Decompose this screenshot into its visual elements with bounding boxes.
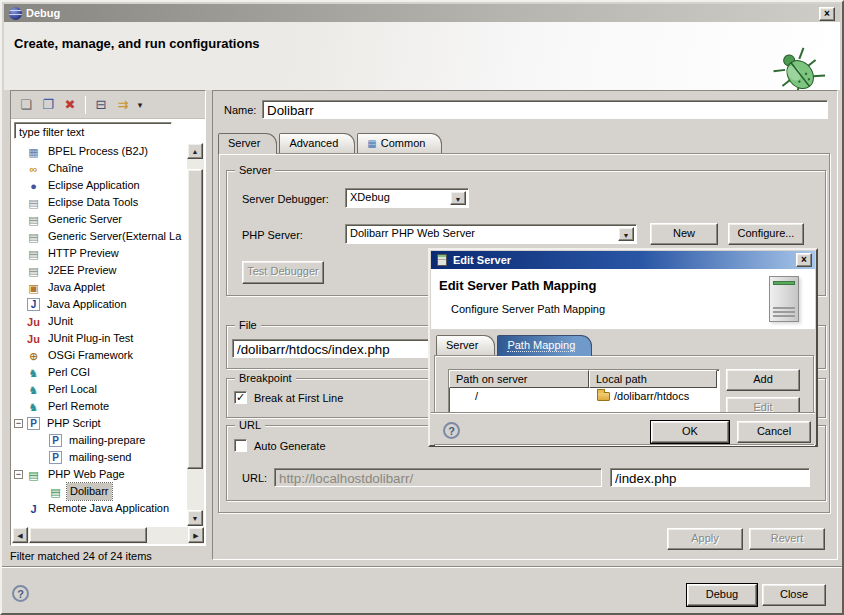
dialog-header-banner: Create, manage, and run configurations xyxy=(4,22,840,90)
tree-item[interactable]: ♞Perl CGI xyxy=(12,364,188,381)
tree-item[interactable]: Pmailing-prepare xyxy=(12,432,188,449)
tree-item[interactable]: ▤Generic Server(External La xyxy=(12,228,188,245)
help-icon[interactable]: ? xyxy=(12,585,29,602)
apply-button[interactable]: Apply xyxy=(667,528,743,550)
column-header[interactable]: Path on server xyxy=(449,370,589,388)
new-config-icon[interactable]: ❏ xyxy=(15,95,37,115)
configure-server-button[interactable]: Configure... xyxy=(728,223,804,245)
debug-button[interactable]: Debug xyxy=(687,584,757,606)
binoculars-icon: ∞ xyxy=(26,162,41,176)
dialog-heading: Edit Server Path Mapping xyxy=(439,278,596,293)
auto-generate-checkbox[interactable] xyxy=(234,439,247,452)
tree-item[interactable]: −▤PHP Web Page xyxy=(12,466,188,483)
horizontal-scroll-thumb[interactable] xyxy=(29,527,147,543)
filter-input[interactable] xyxy=(14,122,172,139)
filter-status: Filter matched 24 of 24 items xyxy=(10,550,152,562)
tree-item-label: mailing-send xyxy=(66,449,134,466)
tree-item-label: Java Applet xyxy=(45,279,108,296)
dialog-close-button[interactable]: × xyxy=(796,253,812,267)
path-mapping-row[interactable]: //dolibarr/htdocs xyxy=(449,388,719,405)
remote-java-icon: J xyxy=(26,502,41,516)
tree-item-label: JUnit xyxy=(45,313,76,330)
chevron-down-icon[interactable]: ▼ xyxy=(618,227,634,241)
new-server-button[interactable]: New xyxy=(650,223,718,245)
tab-path-mapping[interactable]: Path Mapping xyxy=(497,335,592,356)
duplicate-config-icon[interactable]: ❐ xyxy=(37,95,59,115)
tree-item[interactable]: ♞Perl Local xyxy=(12,381,188,398)
vertical-scroll-thumb[interactable] xyxy=(187,169,203,469)
close-button[interactable]: Close xyxy=(762,584,826,606)
dialog-help-icon[interactable]: ? xyxy=(443,422,460,439)
tree-item[interactable]: ▤Dolibarr xyxy=(12,483,188,500)
tree-item[interactable]: ▤J2EE Preview xyxy=(12,262,188,279)
collapse-expander-icon[interactable]: − xyxy=(14,419,23,428)
revert-button[interactable]: Revert xyxy=(749,528,825,550)
tree-item[interactable]: JRemote Java Application xyxy=(12,500,188,517)
tab-label: Common xyxy=(381,137,426,149)
scroll-down-icon[interactable]: ▼ xyxy=(187,510,203,526)
collapse-all-icon[interactable]: ⊟ xyxy=(90,95,112,115)
delete-config-icon[interactable]: ✖ xyxy=(59,95,81,115)
tree-horizontal-scrollbar[interactable]: ◀ ▶ xyxy=(12,527,204,544)
tree-item[interactable]: JuJUnit Plug-in Test xyxy=(12,330,188,347)
collapse-expander-icon[interactable]: − xyxy=(14,470,23,479)
break-first-line-checkbox[interactable]: ✓ xyxy=(234,391,247,404)
add-mapping-button[interactable]: Add xyxy=(726,369,800,391)
path-on-server-cell: / xyxy=(449,388,589,405)
tree-item-label: OSGi Framework xyxy=(45,347,136,364)
server-icon: ▤ xyxy=(26,264,41,278)
scroll-right-icon[interactable]: ▶ xyxy=(188,527,204,543)
tree-item[interactable]: Pmailing-send xyxy=(12,449,188,466)
tree-item[interactable]: ●Eclipse Application xyxy=(12,177,188,194)
test-debugger-button[interactable]: Test Debugger xyxy=(242,261,324,284)
tab-server[interactable]: Server xyxy=(218,133,277,154)
filter-configs-icon[interactable]: ⇉ xyxy=(112,95,134,115)
server-icon: ▤ xyxy=(26,247,41,261)
tree-item[interactable]: ⊕OSGi Framework xyxy=(12,347,188,364)
tree-item[interactable]: ▤HTTP Preview xyxy=(12,245,188,262)
tree-item-label: Generic Server xyxy=(45,211,125,228)
perl-icon: ♞ xyxy=(26,400,41,414)
tree-item[interactable]: ∞Chaîne xyxy=(12,160,188,177)
toolbar-separator xyxy=(85,96,86,114)
tree-item-label: Perl Local xyxy=(45,381,100,398)
tree-item-label: Generic Server(External La xyxy=(45,228,184,245)
php-icon: P xyxy=(27,417,40,430)
cancel-button[interactable]: Cancel xyxy=(737,421,811,443)
scroll-left-icon[interactable]: ◀ xyxy=(12,527,28,543)
tree-item-label: Chaîne xyxy=(45,160,86,177)
tab-common[interactable]: ▦Common xyxy=(357,133,442,153)
menu-dropdown-icon[interactable]: ▾ xyxy=(134,95,146,115)
tree-item-label: Remote Java Application xyxy=(45,500,172,517)
edit-server-banner: Edit Server Path Mapping Configure Serve… xyxy=(431,269,815,330)
tree-item[interactable]: ▦BPEL Process (B2J) xyxy=(12,143,188,160)
base-url-input xyxy=(274,468,602,487)
tree-item[interactable]: −PPHP Script xyxy=(12,415,188,432)
tree-item[interactable]: ▤Eclipse Data Tools xyxy=(12,194,188,211)
name-input[interactable] xyxy=(262,100,828,119)
url-path-input[interactable] xyxy=(610,468,810,487)
tree-item-label: HTTP Preview xyxy=(45,245,122,262)
tree-item-label: Dolibarr xyxy=(67,483,112,500)
php-server-combo[interactable]: Dolibarr PHP Web Server ▼ xyxy=(345,224,637,244)
server-debugger-label: Server Debugger: xyxy=(242,193,329,205)
ok-button[interactable]: OK xyxy=(651,421,729,443)
tab-label: Server xyxy=(228,137,260,149)
tab-advanced[interactable]: Advanced xyxy=(279,133,355,153)
server-green-icon: ▤ xyxy=(48,485,63,499)
tree-vertical-scrollbar[interactable]: ▲ ▼ xyxy=(187,143,204,526)
tree-item[interactable]: JuJUnit xyxy=(12,313,188,330)
tab-server[interactable]: Server xyxy=(436,335,495,355)
tree-item[interactable]: ▤Generic Server xyxy=(12,211,188,228)
tree-item[interactable]: JJava Application xyxy=(12,296,188,313)
server-debugger-combo[interactable]: XDebug ▼ xyxy=(345,188,469,208)
chevron-down-icon[interactable]: ▼ xyxy=(450,191,466,205)
configurations-tree-panel: ❏❐✖⊟⇉▾ ▦BPEL Process (B2J)∞Chaîne●Eclips… xyxy=(10,90,206,546)
tree-item[interactable]: ▣Java Applet xyxy=(12,279,188,296)
scroll-up-icon[interactable]: ▲ xyxy=(187,143,203,159)
local-path-cell: /dolibarr/htdocs xyxy=(614,390,689,402)
tree-item[interactable]: ♞Perl Remote xyxy=(12,398,188,415)
window-close-button[interactable]: × xyxy=(819,7,835,21)
column-header[interactable]: Local path xyxy=(589,370,717,388)
server-debugger-value: XDebug xyxy=(350,191,390,203)
